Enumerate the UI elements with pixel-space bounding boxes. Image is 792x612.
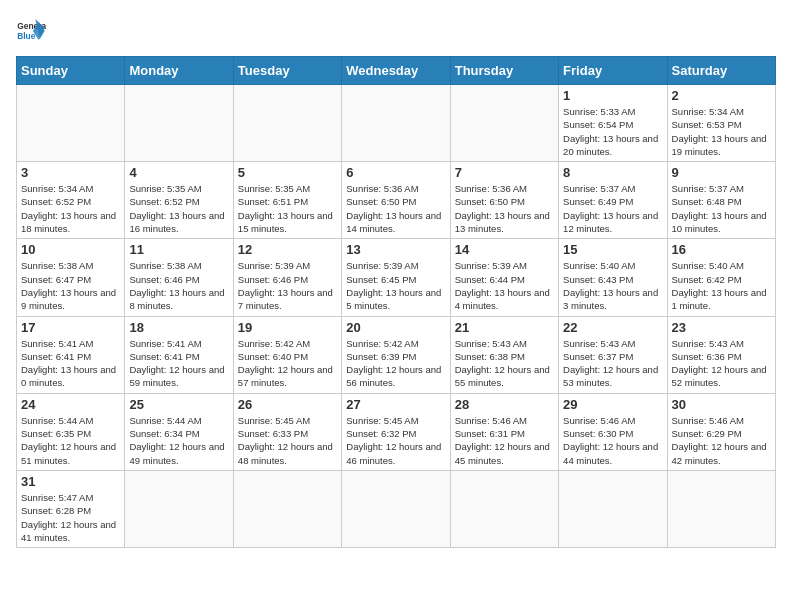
day-cell: 31Sunrise: 5:47 AM Sunset: 6:28 PM Dayli…	[17, 470, 125, 547]
day-info: Sunrise: 5:39 AM Sunset: 6:45 PM Dayligh…	[346, 259, 445, 312]
day-number: 8	[563, 165, 662, 180]
day-info: Sunrise: 5:36 AM Sunset: 6:50 PM Dayligh…	[455, 182, 554, 235]
day-cell: 15Sunrise: 5:40 AM Sunset: 6:43 PM Dayli…	[559, 239, 667, 316]
day-number: 5	[238, 165, 337, 180]
day-number: 17	[21, 320, 120, 335]
day-info: Sunrise: 5:45 AM Sunset: 6:33 PM Dayligh…	[238, 414, 337, 467]
weekday-thursday: Thursday	[450, 57, 558, 85]
day-cell	[559, 470, 667, 547]
day-number: 2	[672, 88, 771, 103]
day-cell: 16Sunrise: 5:40 AM Sunset: 6:42 PM Dayli…	[667, 239, 775, 316]
week-row-4: 17Sunrise: 5:41 AM Sunset: 6:41 PM Dayli…	[17, 316, 776, 393]
day-number: 14	[455, 242, 554, 257]
day-cell	[342, 470, 450, 547]
day-number: 24	[21, 397, 120, 412]
day-cell: 7Sunrise: 5:36 AM Sunset: 6:50 PM Daylig…	[450, 162, 558, 239]
day-number: 20	[346, 320, 445, 335]
day-info: Sunrise: 5:40 AM Sunset: 6:43 PM Dayligh…	[563, 259, 662, 312]
day-info: Sunrise: 5:37 AM Sunset: 6:49 PM Dayligh…	[563, 182, 662, 235]
day-number: 16	[672, 242, 771, 257]
day-cell: 12Sunrise: 5:39 AM Sunset: 6:46 PM Dayli…	[233, 239, 341, 316]
day-info: Sunrise: 5:46 AM Sunset: 6:31 PM Dayligh…	[455, 414, 554, 467]
day-number: 1	[563, 88, 662, 103]
weekday-monday: Monday	[125, 57, 233, 85]
day-info: Sunrise: 5:44 AM Sunset: 6:34 PM Dayligh…	[129, 414, 228, 467]
day-cell: 20Sunrise: 5:42 AM Sunset: 6:39 PM Dayli…	[342, 316, 450, 393]
day-cell: 26Sunrise: 5:45 AM Sunset: 6:33 PM Dayli…	[233, 393, 341, 470]
svg-text:Blue: Blue	[17, 31, 36, 41]
day-cell	[233, 85, 341, 162]
day-number: 15	[563, 242, 662, 257]
day-cell: 17Sunrise: 5:41 AM Sunset: 6:41 PM Dayli…	[17, 316, 125, 393]
day-number: 25	[129, 397, 228, 412]
day-cell	[125, 85, 233, 162]
day-info: Sunrise: 5:34 AM Sunset: 6:52 PM Dayligh…	[21, 182, 120, 235]
day-cell: 4Sunrise: 5:35 AM Sunset: 6:52 PM Daylig…	[125, 162, 233, 239]
day-number: 23	[672, 320, 771, 335]
day-info: Sunrise: 5:43 AM Sunset: 6:36 PM Dayligh…	[672, 337, 771, 390]
day-cell: 27Sunrise: 5:45 AM Sunset: 6:32 PM Dayli…	[342, 393, 450, 470]
day-cell: 3Sunrise: 5:34 AM Sunset: 6:52 PM Daylig…	[17, 162, 125, 239]
day-cell	[450, 470, 558, 547]
day-number: 10	[21, 242, 120, 257]
day-number: 29	[563, 397, 662, 412]
day-cell: 8Sunrise: 5:37 AM Sunset: 6:49 PM Daylig…	[559, 162, 667, 239]
day-cell: 5Sunrise: 5:35 AM Sunset: 6:51 PM Daylig…	[233, 162, 341, 239]
day-number: 22	[563, 320, 662, 335]
day-number: 30	[672, 397, 771, 412]
day-cell: 25Sunrise: 5:44 AM Sunset: 6:34 PM Dayli…	[125, 393, 233, 470]
weekday-friday: Friday	[559, 57, 667, 85]
day-cell: 30Sunrise: 5:46 AM Sunset: 6:29 PM Dayli…	[667, 393, 775, 470]
day-cell: 11Sunrise: 5:38 AM Sunset: 6:46 PM Dayli…	[125, 239, 233, 316]
day-info: Sunrise: 5:42 AM Sunset: 6:39 PM Dayligh…	[346, 337, 445, 390]
day-cell: 21Sunrise: 5:43 AM Sunset: 6:38 PM Dayli…	[450, 316, 558, 393]
day-number: 27	[346, 397, 445, 412]
day-number: 9	[672, 165, 771, 180]
page-header: General Blue	[16, 16, 776, 46]
day-info: Sunrise: 5:40 AM Sunset: 6:42 PM Dayligh…	[672, 259, 771, 312]
day-cell: 22Sunrise: 5:43 AM Sunset: 6:37 PM Dayli…	[559, 316, 667, 393]
day-info: Sunrise: 5:45 AM Sunset: 6:32 PM Dayligh…	[346, 414, 445, 467]
day-cell	[667, 470, 775, 547]
day-cell: 23Sunrise: 5:43 AM Sunset: 6:36 PM Dayli…	[667, 316, 775, 393]
week-row-6: 31Sunrise: 5:47 AM Sunset: 6:28 PM Dayli…	[17, 470, 776, 547]
day-cell: 13Sunrise: 5:39 AM Sunset: 6:45 PM Dayli…	[342, 239, 450, 316]
day-cell	[342, 85, 450, 162]
day-info: Sunrise: 5:46 AM Sunset: 6:30 PM Dayligh…	[563, 414, 662, 467]
day-number: 12	[238, 242, 337, 257]
day-number: 3	[21, 165, 120, 180]
day-info: Sunrise: 5:43 AM Sunset: 6:38 PM Dayligh…	[455, 337, 554, 390]
logo: General Blue	[16, 16, 50, 46]
day-cell: 6Sunrise: 5:36 AM Sunset: 6:50 PM Daylig…	[342, 162, 450, 239]
weekday-tuesday: Tuesday	[233, 57, 341, 85]
day-info: Sunrise: 5:44 AM Sunset: 6:35 PM Dayligh…	[21, 414, 120, 467]
day-info: Sunrise: 5:34 AM Sunset: 6:53 PM Dayligh…	[672, 105, 771, 158]
day-number: 11	[129, 242, 228, 257]
day-number: 7	[455, 165, 554, 180]
day-info: Sunrise: 5:37 AM Sunset: 6:48 PM Dayligh…	[672, 182, 771, 235]
day-cell	[233, 470, 341, 547]
day-number: 19	[238, 320, 337, 335]
day-info: Sunrise: 5:43 AM Sunset: 6:37 PM Dayligh…	[563, 337, 662, 390]
calendar: SundayMondayTuesdayWednesdayThursdayFrid…	[16, 56, 776, 548]
day-cell: 10Sunrise: 5:38 AM Sunset: 6:47 PM Dayli…	[17, 239, 125, 316]
week-row-2: 3Sunrise: 5:34 AM Sunset: 6:52 PM Daylig…	[17, 162, 776, 239]
day-number: 26	[238, 397, 337, 412]
logo-icon: General Blue	[16, 16, 46, 46]
day-info: Sunrise: 5:42 AM Sunset: 6:40 PM Dayligh…	[238, 337, 337, 390]
day-info: Sunrise: 5:39 AM Sunset: 6:44 PM Dayligh…	[455, 259, 554, 312]
day-cell: 24Sunrise: 5:44 AM Sunset: 6:35 PM Dayli…	[17, 393, 125, 470]
day-info: Sunrise: 5:38 AM Sunset: 6:47 PM Dayligh…	[21, 259, 120, 312]
week-row-3: 10Sunrise: 5:38 AM Sunset: 6:47 PM Dayli…	[17, 239, 776, 316]
day-number: 4	[129, 165, 228, 180]
day-number: 6	[346, 165, 445, 180]
day-number: 21	[455, 320, 554, 335]
day-info: Sunrise: 5:35 AM Sunset: 6:51 PM Dayligh…	[238, 182, 337, 235]
day-info: Sunrise: 5:35 AM Sunset: 6:52 PM Dayligh…	[129, 182, 228, 235]
week-row-5: 24Sunrise: 5:44 AM Sunset: 6:35 PM Dayli…	[17, 393, 776, 470]
day-cell: 14Sunrise: 5:39 AM Sunset: 6:44 PM Dayli…	[450, 239, 558, 316]
day-info: Sunrise: 5:41 AM Sunset: 6:41 PM Dayligh…	[129, 337, 228, 390]
day-info: Sunrise: 5:33 AM Sunset: 6:54 PM Dayligh…	[563, 105, 662, 158]
day-number: 13	[346, 242, 445, 257]
day-cell: 19Sunrise: 5:42 AM Sunset: 6:40 PM Dayli…	[233, 316, 341, 393]
